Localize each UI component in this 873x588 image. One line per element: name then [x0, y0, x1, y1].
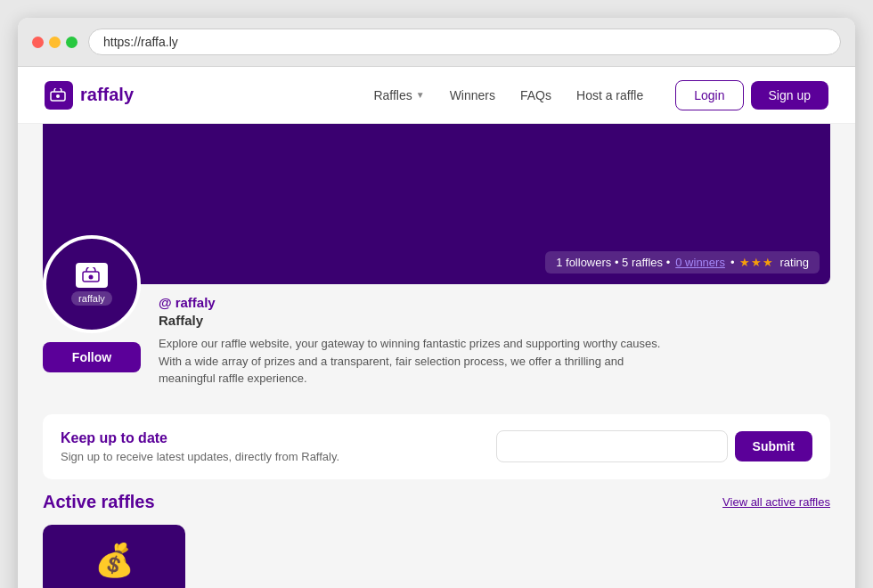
profile-bio: Explore our raffle website, your gateway…	[159, 335, 675, 388]
avatar-icon-box	[76, 263, 108, 288]
profile-section: raffaly Follow @raffaly Raffaly Explore …	[43, 284, 830, 405]
newsletter-section: Keep up to date Sign up to receive lates…	[43, 414, 830, 479]
newsletter-text: Keep up to date Sign up to receive lates…	[61, 430, 339, 463]
svg-point-1	[56, 94, 60, 98]
active-raffles-title: Active raffles	[43, 492, 155, 512]
newsletter-title: Keep up to date	[61, 430, 339, 446]
maximize-button[interactable]	[66, 37, 78, 48]
nav-links: Raffles ▼ Winners FAQs Host a raffle	[363, 81, 654, 110]
nav-host-raffle[interactable]: Host a raffle	[566, 81, 654, 110]
view-all-raffles-link[interactable]: View all active raffles	[722, 495, 830, 509]
avatar-tag: raffaly	[71, 291, 112, 306]
logo-icon	[45, 81, 73, 110]
logo-text: raffaly	[80, 85, 134, 105]
hero-banner: 1 followers • 5 raffles • 0 winners • ★★…	[43, 124, 830, 284]
follow-button[interactable]: Follow	[43, 342, 141, 372]
newsletter-description: Sign up to receive latest updates, direc…	[61, 450, 339, 463]
avatar: raffaly	[43, 235, 141, 333]
raffle-card[interactable]: 💰	[43, 525, 185, 589]
stats-separator: •	[730, 256, 735, 269]
nav-winners[interactable]: Winners	[439, 81, 506, 110]
section-header: Active raffles View all active raffles	[43, 492, 830, 512]
winners-link[interactable]: 0 winners	[675, 256, 725, 269]
at-sign: @	[159, 295, 172, 310]
newsletter-form: Submit	[496, 430, 812, 462]
minimize-button[interactable]	[49, 37, 61, 48]
stats-text: 1 followers • 5 raffles •	[556, 256, 670, 269]
stats-bar: 1 followers • 5 raffles • 0 winners • ★★…	[545, 251, 820, 274]
profile-handle-text: raffaly	[175, 295, 216, 310]
address-bar[interactable]: https://raffa.ly	[88, 29, 841, 55]
chevron-down-icon: ▼	[416, 90, 425, 100]
navbar: raffaly Raffles ▼ Winners FAQs Host a ra…	[18, 67, 855, 124]
close-button[interactable]	[32, 37, 44, 48]
nav-actions: Login Sign up	[675, 80, 828, 110]
avatar-container: raffaly Follow	[43, 235, 141, 372]
rating-label: rating	[779, 256, 809, 269]
avatar-inner: raffaly	[71, 263, 112, 306]
nav-faqs[interactable]: FAQs	[510, 81, 562, 110]
signup-button[interactable]: Sign up	[751, 81, 828, 110]
svg-point-3	[88, 275, 93, 280]
newsletter-submit-button[interactable]: Submit	[735, 431, 812, 461]
profile-handle-link[interactable]: @raffaly	[159, 295, 216, 310]
logo[interactable]: raffaly	[45, 81, 134, 110]
nav-raffles[interactable]: Raffles ▼	[363, 81, 435, 110]
profile-name: Raffaly	[159, 313, 830, 328]
active-raffles-section: Active raffles View all active raffles 💰	[43, 492, 830, 589]
traffic-lights	[32, 37, 78, 48]
profile-info: @raffaly Raffaly Explore our raffle webs…	[159, 284, 830, 388]
newsletter-email-input[interactable]	[496, 430, 728, 462]
login-button[interactable]: Login	[675, 80, 743, 110]
stars-icon: ★★★	[739, 256, 774, 269]
